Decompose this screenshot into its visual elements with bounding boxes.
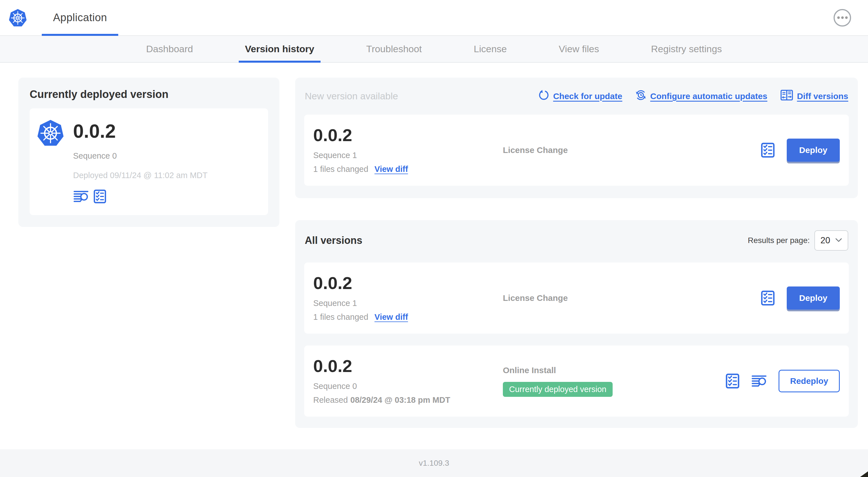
view-diff-link[interactable]: View diff: [374, 312, 408, 322]
files-changed-label: 1 files changed: [313, 165, 368, 174]
version-number: 0.0.2: [313, 357, 503, 375]
all-versions-panel: All versions Results per page: 20: [295, 220, 858, 428]
currently-deployed-panel: Currently deployed version: [18, 78, 279, 227]
version-row: 0.0.2 Sequence 1 1 files changed View di…: [304, 263, 849, 334]
checklist-icon: [725, 386, 740, 390]
view-logs-button[interactable]: [751, 374, 767, 388]
app-title: Application: [53, 11, 107, 24]
version-source: Online Install: [503, 365, 556, 375]
new-version-title: New version available: [305, 91, 398, 101]
tab-dashboard[interactable]: Dashboard: [140, 36, 199, 62]
files-changed-label: 1 files changed: [313, 312, 368, 322]
version-sequence: Sequence 1: [313, 151, 503, 160]
tab-view-files[interactable]: View files: [553, 36, 605, 62]
version-source: License Change: [503, 293, 568, 303]
check-for-update-link[interactable]: Check for update: [538, 89, 622, 103]
preflight-checks-button[interactable]: [725, 373, 740, 389]
page-tabs: Dashboard Version history Troubleshoot L…: [0, 36, 868, 63]
version-number: 0.0.2: [313, 274, 503, 292]
deployed-timestamp: Deployed 09/11/24 @ 11:02 am MDT: [73, 171, 208, 180]
currently-deployed-card: 0.0.2 Sequence 0 Deployed 09/11/24 @ 11:…: [30, 109, 268, 215]
deploy-button[interactable]: Deploy: [787, 139, 840, 162]
logs-icon: [751, 384, 767, 389]
new-version-row: 0.0.2 Sequence 1 1 files changed View di…: [304, 115, 849, 186]
app-footer: v1.109.3: [0, 449, 868, 477]
deployed-sequence: Sequence 0: [73, 151, 208, 160]
all-versions-title: All versions: [305, 235, 362, 246]
console-version: v1.109.3: [419, 459, 449, 468]
version-number: 0.0.2: [313, 126, 503, 144]
refresh-icon: [538, 89, 550, 103]
checklist-icon: [761, 303, 775, 307]
tab-registry-settings[interactable]: Registry settings: [645, 36, 728, 62]
new-version-panel: New version available Check for update: [295, 78, 858, 198]
preflight-checks-button[interactable]: [761, 142, 775, 158]
configure-automatic-updates-link[interactable]: Configure automatic updates: [635, 89, 767, 103]
right-column: New version available Check for update: [295, 78, 858, 428]
kubernetes-logo-icon: [37, 119, 64, 204]
view-logs-button[interactable]: [73, 190, 89, 203]
released-label: Released: [313, 395, 348, 405]
version-row: 0.0.2 Sequence 0 Released08/29/24 @ 03:1…: [304, 346, 849, 417]
main-content: Currently deployed version: [0, 63, 868, 449]
deployed-version-number: 0.0.2: [73, 121, 208, 141]
version-sequence: Sequence 1: [313, 299, 503, 308]
tab-version-history[interactable]: Version history: [239, 36, 320, 62]
currently-deployed-badge: Currently deployed version: [503, 382, 613, 397]
diff-versions-link[interactable]: Diff versions: [780, 89, 848, 103]
admin-console-page: Application Dashboard Version history Tr…: [0, 0, 868, 477]
tab-license[interactable]: License: [468, 36, 513, 62]
version-source: License Change: [503, 145, 568, 155]
preflight-checks-button[interactable]: [761, 290, 775, 306]
schedule-update-icon: [635, 89, 647, 103]
app-header: Application: [0, 0, 868, 36]
deploy-button[interactable]: Deploy: [787, 287, 840, 309]
released-timestamp: 08/29/24 @ 03:18 pm MDT: [350, 395, 451, 405]
preflight-checks-button[interactable]: [93, 189, 106, 204]
tab-troubleshoot[interactable]: Troubleshoot: [360, 36, 428, 62]
view-diff-link[interactable]: View diff: [374, 165, 408, 174]
ellipsis-icon: [837, 17, 848, 19]
app-tab-application[interactable]: Application: [42, 0, 118, 35]
diff-icon: [780, 89, 793, 103]
redeploy-button[interactable]: Redeploy: [779, 370, 840, 392]
version-sequence: Sequence 0: [313, 382, 503, 391]
results-per-page-label: Results per page:: [748, 236, 810, 245]
cursor-artifact: [860, 471, 868, 477]
logs-icon: [73, 200, 89, 204]
chevron-down-icon: [835, 238, 842, 243]
kubernetes-logo-icon: [8, 8, 27, 27]
currently-deployed-title: Currently deployed version: [30, 88, 268, 100]
checklist-icon: [761, 155, 775, 159]
overflow-menu-button[interactable]: [834, 9, 851, 27]
checklist-icon: [93, 200, 106, 205]
results-per-page-select[interactable]: 20: [814, 230, 848, 251]
